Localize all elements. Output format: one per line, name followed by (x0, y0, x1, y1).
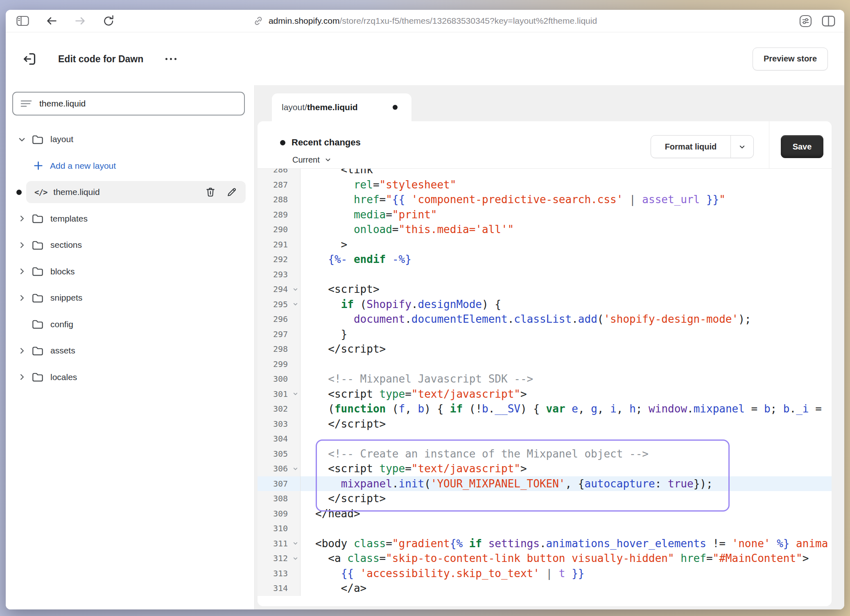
gutter[interactable]: 292 (258, 252, 301, 267)
gutter[interactable]: 308 (258, 491, 301, 506)
sidebar-item-layout[interactable]: layout (6, 126, 254, 153)
version-dropdown[interactable]: Current (292, 154, 332, 165)
fold-toggle[interactable] (292, 461, 298, 476)
gutter[interactable]: 314 (258, 581, 301, 596)
code-content[interactable]: </a> (301, 581, 832, 596)
gutter[interactable]: 288 (258, 192, 301, 207)
code-content[interactable]: {{ 'accessibility.skip_to_text' | t }} (301, 566, 832, 581)
sidebar-item-assets[interactable]: assets (6, 337, 254, 364)
format-liquid-button[interactable]: Format liquid (651, 135, 754, 158)
gutter[interactable]: 301 (258, 387, 301, 402)
sidebar-item-templates[interactable]: templates (6, 206, 254, 232)
code-content[interactable]: document.documentElement.classList.add('… (301, 312, 832, 327)
reload-icon[interactable] (103, 15, 115, 27)
code-content[interactable]: <!-- Mixpanel Javascript SDK --> (301, 371, 832, 387)
code-content[interactable]: > (301, 237, 832, 252)
sidebar-item-add-a-new-layout[interactable]: Add a new layout (6, 153, 254, 179)
code-content[interactable]: </script> (301, 342, 832, 357)
code-content[interactable]: <body class="gradient{% if settings.anim… (301, 536, 832, 551)
save-button[interactable]: Save (781, 135, 823, 158)
fold-toggle[interactable] (292, 387, 298, 402)
line-number: 290 (273, 222, 288, 237)
code-content[interactable]: <script> (301, 282, 832, 297)
code-content[interactable] (301, 431, 832, 446)
gutter[interactable]: 307 (258, 476, 301, 491)
gutter[interactable]: 304 (258, 431, 301, 446)
sidebar-item-blocks[interactable]: blocks (6, 258, 254, 285)
folder-icon (32, 346, 43, 356)
gutter[interactable]: 294 (258, 282, 301, 297)
sidebar-item-snippets[interactable]: snippets (6, 285, 254, 311)
code-line-312: 312 <a class="skip-to-content-link butto… (258, 551, 832, 566)
exit-code-editor-button[interactable] (21, 51, 38, 67)
gutter[interactable]: 287 (258, 177, 301, 192)
gutter[interactable]: 293 (258, 267, 301, 282)
gutter[interactable]: 302 (258, 401, 301, 417)
back-icon[interactable] (45, 15, 58, 27)
sidebar-item-config[interactable]: config (6, 311, 254, 338)
code-line-309: 309</head> (258, 506, 832, 521)
code-content[interactable]: <link (301, 169, 832, 177)
code-content[interactable]: {%- endif -%} (301, 252, 832, 267)
code-content[interactable]: (function (f, b) { if (!b.__SV) { var e,… (301, 401, 832, 417)
code-content[interactable]: } (301, 327, 832, 342)
line-number: 295 (273, 297, 288, 312)
gutter[interactable]: 286 (258, 169, 301, 177)
code-content[interactable]: <script type="text/javascript"> (301, 461, 832, 476)
gutter[interactable]: 295 (258, 297, 301, 312)
code-content[interactable]: </head> (301, 506, 832, 521)
page-settings-icon[interactable] (799, 15, 812, 27)
code-content[interactable] (301, 267, 832, 282)
gutter[interactable]: 290 (258, 222, 301, 237)
gutter[interactable]: 300 (258, 371, 301, 387)
gutter[interactable]: 298 (258, 342, 301, 357)
gutter[interactable]: 309 (258, 506, 301, 521)
gutter[interactable]: 303 (258, 417, 301, 432)
rename-file-button[interactable] (226, 186, 237, 198)
gutter[interactable]: 299 (258, 357, 301, 372)
gutter[interactable]: 310 (258, 521, 301, 536)
gutter[interactable]: 305 (258, 446, 301, 462)
fold-toggle[interactable] (292, 297, 298, 312)
code-content[interactable]: media="print" (301, 207, 832, 222)
gutter[interactable]: 297 (258, 327, 301, 342)
gutter[interactable]: 312 (258, 551, 301, 566)
toolbar-sidebar-icon[interactable] (16, 16, 29, 26)
code-content[interactable]: onload="this.media='all'" (301, 222, 832, 237)
forward-icon[interactable] (74, 15, 86, 27)
line-number: 298 (273, 342, 288, 357)
code-content[interactable]: if (Shopify.designMode) { (301, 297, 832, 312)
sidebar-item-locales[interactable]: locales (6, 364, 254, 391)
code-content[interactable]: mixpanel.init('YOUR_MIXPANEL_TOKEN', {au… (301, 476, 832, 491)
tab-theme-liquid[interactable]: layout/theme.liquid (272, 93, 411, 121)
code-content[interactable]: <script type="text/javascript"> (301, 387, 832, 402)
code-content[interactable]: <a class="skip-to-content-link button vi… (301, 551, 832, 566)
sidebar-item-theme-liquid[interactable]: </>theme.liquid (6, 179, 254, 206)
code-content[interactable]: </script> (301, 491, 832, 506)
preview-store-button[interactable]: Preview store (753, 48, 828, 70)
sidebar-item-sections[interactable]: sections (6, 232, 254, 258)
more-options-icon[interactable] (162, 54, 180, 63)
code-content[interactable]: href="{{ 'component-predictive-search.cs… (301, 192, 832, 207)
search-input[interactable] (38, 98, 237, 109)
address-bar[interactable]: admin.shopify.com/store/rzq1xu-f5/themes… (253, 10, 597, 32)
code-content[interactable] (301, 521, 832, 536)
delete-file-button[interactable] (205, 186, 216, 198)
selected-file-pill[interactable]: </>theme.liquid (26, 181, 246, 203)
gutter[interactable]: 289 (258, 207, 301, 222)
fold-toggle[interactable] (292, 536, 298, 551)
fold-toggle[interactable] (292, 282, 298, 297)
gutter[interactable]: 313 (258, 566, 301, 581)
folder-icon (32, 319, 43, 329)
tab-directory: layout/ (282, 102, 307, 112)
gutter[interactable]: 311 (258, 536, 301, 551)
code-content[interactable]: <!-- Create an instance of the Mixpanel … (301, 446, 832, 462)
gutter[interactable]: 291 (258, 237, 301, 252)
fold-toggle[interactable] (292, 551, 298, 566)
gutter[interactable]: 296 (258, 312, 301, 327)
split-view-icon[interactable] (822, 16, 835, 27)
code-content[interactable]: rel="stylesheet" (301, 177, 832, 192)
code-content[interactable] (301, 357, 832, 372)
code-content[interactable]: </script> (301, 417, 832, 432)
gutter[interactable]: 306 (258, 461, 301, 476)
